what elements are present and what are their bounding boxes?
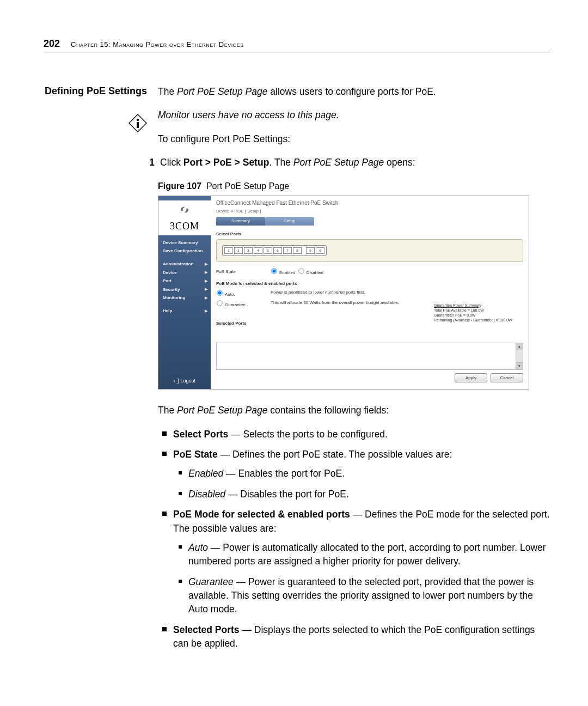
note-paragraph: Monitor users have no access to this pag…: [158, 108, 550, 122]
nav-help[interactable]: Help▶: [158, 307, 211, 315]
logout-link[interactable]: Logout: [158, 378, 211, 385]
chevron-right-icon: ▶: [205, 278, 207, 284]
nav-security[interactable]: Security▶: [158, 285, 211, 294]
poe-mode-auto-row: Auto. Power is prioritised to lower numb…: [216, 289, 523, 298]
to-configure: To configure Port PoE Settings:: [158, 132, 550, 146]
tab-bar: Summary Setup: [216, 217, 523, 226]
guarantee-power-summary: Guarantee Power Summary Total PoE Availa…: [434, 303, 521, 322]
page-number: 202: [44, 38, 60, 50]
chevron-right-icon: ▶: [205, 261, 207, 267]
chevron-right-icon: ▶: [205, 295, 207, 301]
apply-button[interactable]: Apply: [455, 373, 487, 382]
port-4[interactable]: 4: [254, 247, 262, 254]
port-5[interactable]: 5: [264, 247, 272, 254]
nav-save-configuration[interactable]: Save Configuration: [158, 247, 211, 255]
port-9b[interactable]: 9: [316, 247, 324, 254]
chevron-right-icon: ▶: [205, 270, 207, 275]
breadcrumb: Device > POE [ Setup ]: [216, 208, 523, 215]
poe-enabled-radio[interactable]: Enabled: [271, 267, 295, 276]
nav-monitoring[interactable]: Monitoring▶: [158, 294, 211, 302]
mode-auto-radio[interactable]: Auto.: [216, 292, 235, 297]
bullet-enabled: Enabled — Enables the port for PoE.: [173, 467, 550, 480]
selected-ports-list[interactable]: ▴ ▾: [216, 343, 523, 370]
info-icon: [128, 114, 147, 135]
scroll-up-icon[interactable]: ▴: [516, 343, 523, 350]
chapter-title: Chapter 15: Managing Power over Ethernet…: [71, 40, 244, 48]
port-8[interactable]: 8: [293, 247, 302, 254]
port-9a[interactable]: 9: [306, 247, 315, 254]
port-6[interactable]: 6: [273, 247, 282, 254]
section-title: Defining PoE Settings: [44, 85, 147, 98]
port-poe-setup-screenshot: 3COM Device Summary Save Configuration A…: [158, 196, 529, 390]
poe-state-row: PoE State Enabled Disabled: [216, 267, 523, 276]
port-2[interactable]: 2: [234, 247, 243, 254]
intro-paragraph: The Port PoE Setup Page allows users to …: [158, 85, 550, 99]
nav-device-summary[interactable]: Device Summary: [158, 239, 211, 247]
sidebar-nav: Device Summary Save Configuration Admini…: [158, 235, 211, 315]
step-1: 1 Click Port > PoE > Setup. The Port PoE…: [158, 156, 550, 169]
port-7[interactable]: 7: [283, 247, 292, 254]
svg-point-1: [137, 119, 139, 121]
poe-mode-heading: PoE Mode for selected & enabled ports: [216, 281, 523, 287]
ports-row: 1 2 3 4 5 6 7 8 9 9: [222, 245, 327, 256]
bullet-disabled: Disabled — Disables the port for PoE.: [173, 488, 550, 501]
bullet-selected-ports: Selected Ports — Displays the ports sele…: [158, 623, 550, 651]
scrollbar[interactable]: ▴ ▾: [516, 343, 523, 369]
logout-icon: [174, 379, 179, 384]
port-1[interactable]: 1: [224, 247, 233, 254]
bullet-poe-state: PoE State — Defines the port PoE state. …: [158, 448, 550, 501]
device-title: OfficeConnect Managed Fast Ethernet PoE …: [216, 199, 523, 208]
nav-device[interactable]: Device▶: [158, 269, 211, 277]
cancel-button[interactable]: Cancel: [491, 373, 523, 382]
figure-caption: Figure 107 Port PoE Setup Page: [158, 180, 550, 192]
svg-rect-2: [137, 122, 139, 128]
tab-summary[interactable]: Summary: [216, 217, 265, 226]
brand-logo: [158, 200, 211, 219]
chevron-right-icon: ▶: [205, 287, 207, 292]
ports-panel: 1 2 3 4 5 6 7 8 9 9: [216, 239, 523, 262]
bullet-select-ports: Select Ports — Selects the ports to be c…: [158, 428, 550, 441]
page-header: 202 Chapter 15: Managing Power over Ethe…: [44, 38, 550, 52]
bullet-poe-mode: PoE Mode for selected & enabled ports — …: [158, 508, 550, 617]
nav-administration[interactable]: Administration▶: [158, 260, 211, 269]
brand-text: 3COM: [170, 221, 199, 232]
fields-intro: The Port PoE Setup Page contains the fol…: [158, 404, 550, 417]
mode-guarantee-radio[interactable]: Guarantee.: [216, 302, 247, 307]
nav-port[interactable]: Port▶: [158, 277, 211, 285]
poe-disabled-radio[interactable]: Disabled: [298, 267, 323, 276]
port-3[interactable]: 3: [244, 247, 253, 254]
select-ports-label: Select Ports: [216, 231, 523, 238]
bullet-auto: Auto — Power is automatically allocated …: [173, 541, 550, 569]
tab-setup[interactable]: Setup: [265, 217, 314, 226]
scroll-down-icon[interactable]: ▾: [516, 362, 523, 369]
swirl-icon: [180, 206, 189, 214]
bullet-guarantee: Guarantee — Power is guaranteed to the s…: [173, 575, 550, 617]
fields-list: Select Ports — Selects the ports to be c…: [158, 428, 550, 651]
chevron-right-icon: ▶: [205, 308, 207, 314]
